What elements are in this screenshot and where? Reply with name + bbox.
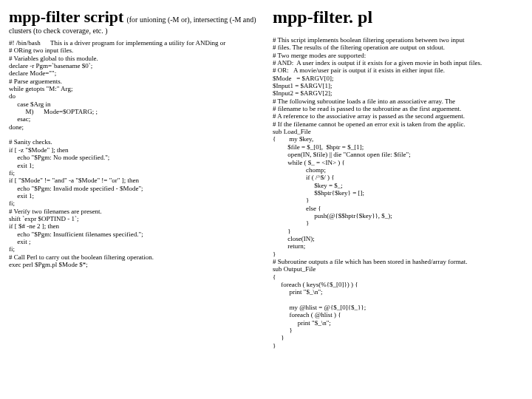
left-title: mpp-filter script xyxy=(9,7,123,26)
left-code-block: #! /bin/bash This is a driver program fo… xyxy=(9,39,259,268)
right-code-block: # This script implements boolean filteri… xyxy=(273,36,523,349)
left-title-row: mpp-filter script (for unioning (-M or),… xyxy=(9,7,259,27)
left-column: mpp-filter script (for unioning (-M or),… xyxy=(9,7,259,392)
right-column: mpp-filter. pl # This script implements … xyxy=(273,7,523,392)
spacer xyxy=(273,29,523,36)
left-subtitle-below: clusters (to check coverage, etc. ) xyxy=(9,27,259,35)
left-subtitle-inline: (for unioning (-M or), intersecting (-M … xyxy=(126,16,256,24)
right-title: mpp-filter. pl xyxy=(273,7,372,27)
right-title-row: mpp-filter. pl xyxy=(273,7,523,27)
